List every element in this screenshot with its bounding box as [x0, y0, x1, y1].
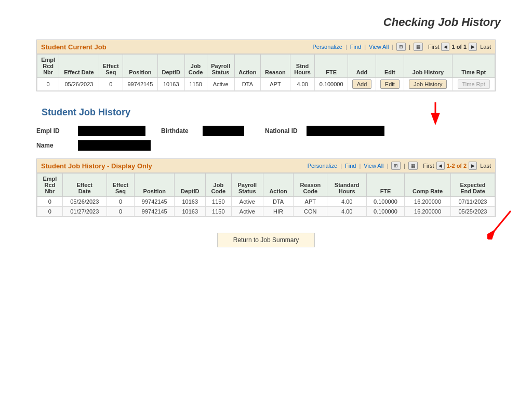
current-job-table: EmplRcdNbr Effect Date EffectSeq Positio… [37, 54, 495, 91]
cell-position: 99742145 [123, 78, 157, 91]
col-reason: Reason [261, 55, 290, 78]
cell-jh-expected-end-date-1: 07/11/2023 [450, 197, 495, 207]
col-jh-reason-code: ReasonCode [294, 174, 327, 197]
current-job-table-wrapper: EmplRcdNbr Effect Date EffectSeq Positio… [37, 54, 495, 91]
cell-time-rpt: Time Rpt [453, 78, 495, 91]
grid-icon[interactable]: ▦ [414, 43, 423, 51]
find-link-2[interactable]: Find [345, 163, 356, 169]
col-empl-rcd: EmplRcdNbr [37, 55, 59, 78]
cell-jh-comp-rate-2: 16.200000 [405, 207, 451, 217]
birthdate-value [203, 126, 244, 136]
col-jh-job-code: JobCode [206, 174, 232, 197]
return-to-job-summary-button[interactable]: Return to Job Summary [217, 233, 315, 247]
cell-effect-date: 05/26/2023 [59, 78, 99, 91]
page-indicator-2: 1-2 of 2 [447, 163, 467, 169]
cell-jh-effect-seq-2: 0 [107, 207, 134, 217]
cell-stnd-hours: 4.00 [290, 78, 315, 91]
cell-jh-fte-2: 0.100000 [366, 207, 404, 217]
current-job-title: Student Current Job [41, 43, 107, 51]
last-label: Last [480, 44, 491, 50]
popup-icon-2[interactable]: ⊞ [391, 162, 401, 170]
col-effect-date: Effect Date [59, 55, 99, 78]
prev-btn[interactable]: ◀ [441, 43, 449, 51]
cell-jh-position-1: 99742145 [135, 197, 175, 207]
cell-payroll-status: Active [207, 78, 234, 91]
grid-icon-2[interactable]: ▦ [408, 162, 418, 170]
cell-jh-comp-rate-1: 16.200000 [405, 197, 451, 207]
col-jh-standard-hours: StandardHours [327, 174, 367, 197]
svg-line-3 [494, 211, 511, 232]
job-history-table: EmplRcdNbr EffectDate EffectSeq Position… [37, 173, 495, 217]
col-job-history: Job History [404, 55, 453, 78]
cell-jh-action-1: DTA [263, 197, 293, 207]
last-label-2: Last [480, 163, 491, 169]
col-effect-seq: EffectSeq [99, 55, 123, 78]
cell-job-code: 1150 [184, 78, 207, 91]
name-value [78, 140, 151, 151]
col-add: Add [348, 55, 376, 78]
national-id-label: National ID [265, 127, 301, 135]
popup-icon[interactable]: ⊞ [396, 43, 406, 51]
cell-jh-payroll-status-1: Active [231, 197, 263, 207]
cell-jh-payroll-status-2: Active [231, 207, 263, 217]
cell-jh-action-2: HIR [263, 207, 293, 217]
cell-jh-standard-hours-1: 4.00 [327, 197, 367, 207]
add-button[interactable]: Add [352, 79, 372, 89]
find-link[interactable]: Find [350, 44, 361, 50]
next-btn[interactable]: ▶ [469, 43, 477, 51]
cell-empl-rcd: 0 [37, 78, 59, 91]
cell-jh-effect-date-1: 05/26/2023 [62, 197, 107, 207]
col-stnd-hours: StndHours [290, 55, 315, 78]
cell-job-history: Job History [404, 78, 453, 91]
table-row: 0 05/26/2023 0 99742145 10163 1150 Activ… [37, 78, 495, 91]
current-job-header: Student Current Job Personalize | Find |… [37, 40, 495, 54]
cell-jh-effect-seq-1: 0 [107, 197, 134, 207]
student-job-history-title: Student Job History [36, 107, 496, 118]
col-jh-effect-date: EffectDate [62, 174, 107, 197]
personalize-link[interactable]: Personalize [312, 44, 342, 50]
col-fte: FTE [315, 55, 348, 78]
cell-jh-dept-id-2: 10163 [175, 207, 206, 217]
prev-btn-2[interactable]: ◀ [436, 162, 445, 170]
job-history-section: Student Job History - Display Only Perso… [36, 158, 496, 217]
next-btn-2[interactable]: ▶ [469, 162, 477, 170]
cell-dept-id: 10163 [157, 78, 184, 91]
page-num: 1 of 1 [451, 44, 467, 50]
cell-fte: 0.100000 [315, 78, 348, 91]
job-history-button[interactable]: Job History [409, 79, 447, 89]
view-all-link[interactable]: View All [369, 44, 389, 50]
col-job-code: JobCode [184, 55, 207, 78]
return-btn-container: Return to Job Summary [10, 233, 522, 247]
cell-jh-empl-rcd-1: 0 [37, 197, 63, 207]
col-time-rpt: Time Rpt [453, 55, 495, 78]
first-label-2: First [423, 163, 434, 169]
cell-jh-dept-id-1: 10163 [175, 197, 206, 207]
cell-jh-empl-rcd-2: 0 [37, 207, 63, 217]
table-row: 0 05/26/2023 0 99742145 10163 1150 Activ… [37, 197, 495, 207]
col-jh-payroll-status: PayrollStatus [231, 174, 263, 197]
col-jh-comp-rate: Comp Rate [405, 174, 451, 197]
birthdate-label: Birthdate [161, 127, 197, 135]
col-jh-position: Position [135, 174, 175, 197]
cell-jh-expected-end-date-2: 05/25/2023 [450, 207, 495, 217]
col-jh-empl-rcd: EmplRcdNbr [37, 174, 63, 197]
cell-jh-job-code-2: 1150 [206, 207, 232, 217]
col-jh-action: Action [263, 174, 293, 197]
cell-jh-position-2: 99742145 [135, 207, 175, 217]
col-dept-id: DeptID [157, 55, 184, 78]
cell-jh-reason-code-1: APT [294, 197, 327, 207]
cell-jh-fte-1: 0.100000 [366, 197, 404, 207]
personalize-link-2[interactable]: Personalize [308, 163, 337, 169]
page-indicator: 1 of 1 [451, 44, 467, 50]
time-rpt-button: Time Rpt [458, 79, 490, 89]
job-history-header: Student Job History - Display Only Perso… [37, 159, 495, 173]
edit-button[interactable]: Edit [380, 79, 400, 89]
view-all-link-2[interactable]: View All [364, 163, 383, 169]
table-row: 0 01/27/2023 0 99742145 10163 1150 Activ… [37, 207, 495, 217]
page-num-2: 1-2 of 2 [447, 163, 467, 169]
job-history-controls: Personalize | Find | View All | ⊞ | ▦ Fi… [308, 162, 491, 170]
current-job-controls: Personalize | Find | View All | ⊞ | ▦ Fi… [312, 43, 491, 51]
job-history-header-row: EmplRcdNbr EffectDate EffectSeq Position… [37, 174, 495, 197]
col-payroll-status: PayrollStatus [207, 55, 234, 78]
empl-id-value [78, 126, 145, 136]
